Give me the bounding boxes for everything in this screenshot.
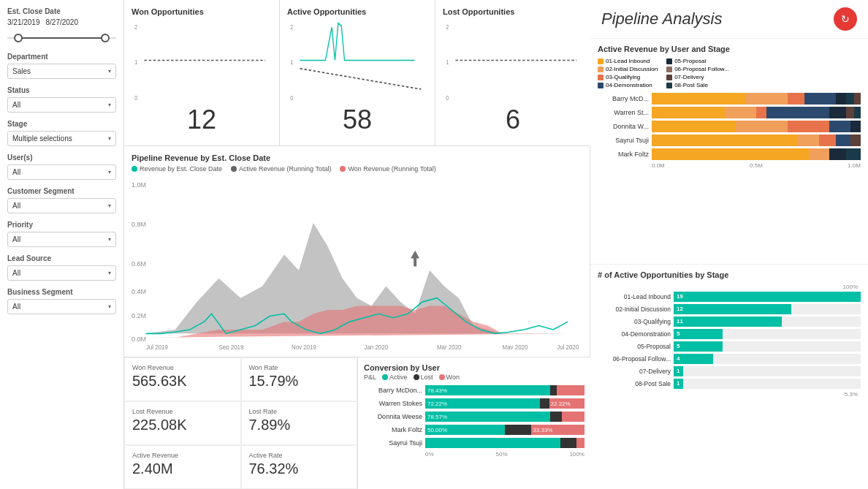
svg-text:0.6M: 0.6M [132, 260, 146, 268]
priority-filter: Priority All ▾ [7, 221, 116, 247]
stage-bar-value: 1 [677, 380, 679, 387]
stage-dropdown[interactable]: Multiple selections ▾ [7, 131, 116, 146]
bar-seg-3 [788, 93, 804, 105]
department-dropdown[interactable]: Sales ▾ [7, 64, 116, 79]
stage-bar-row: 08-Post Sale1 [598, 379, 861, 389]
conv-won-donnita [562, 412, 585, 422]
stage-bar-value: 5 [677, 343, 679, 349]
bar-seg-2 [746, 93, 788, 105]
bar-seg-4 [846, 148, 861, 160]
bar-seg-4 [829, 121, 850, 132]
date-range-slider[interactable] [7, 31, 116, 45]
pipeline-chart-title: Pipeline Revenue by Est. Close Date [132, 153, 582, 162]
stage-legend-item-2: 02-Initial Discussion [598, 66, 658, 72]
stage-legend-item-7: 07-Delivery [666, 74, 729, 80]
lead-source-label: Lead Source [7, 254, 116, 262]
stage-bar-value: 4 [677, 355, 679, 362]
conv-row-mark: Mark Foltz 50.00% 33.33% [364, 425, 585, 435]
slider-fill [18, 37, 105, 39]
stage-bar-container: 1 [674, 379, 861, 389]
stage-bar-container: 5 [674, 341, 861, 352]
bar-seg-7 [854, 93, 861, 105]
conv-name-sayrui: Sayrui Tsuji [364, 439, 422, 447]
stage-bar-row: 06-Proposal Follow...4 [598, 354, 861, 364]
conv-row-barry: Barry McDon... 78.43% [364, 385, 585, 395]
svg-text:1.0M: 1.0M [132, 181, 146, 189]
conv-won-sayrui [576, 438, 585, 448]
active-opps-by-stage-title: # of Active Opportunities by Stage [598, 270, 861, 279]
active-rev-bar-mark [652, 148, 861, 160]
stage-bar-container: 4 [674, 354, 861, 364]
stage-bar: 4 [674, 354, 713, 364]
customer-label: Customer Segment [7, 187, 116, 195]
conv-name-donnita: Donnita Weese [364, 413, 422, 420]
business-segment-dropdown[interactable]: All ▾ [7, 299, 116, 314]
svg-text:Jan 2020: Jan 2020 [364, 344, 388, 349]
chevron-down-icon: ▾ [108, 270, 111, 276]
stage-filter: Stage Multiple selections ▾ [7, 120, 116, 146]
stage-bar-row: 01-Lead Inbound19 [598, 292, 861, 302]
users-dropdown[interactable]: All ▾ [7, 164, 116, 180]
stage-bar-label: 03-Qualifying [598, 318, 671, 325]
department-label: Department [7, 53, 116, 61]
conv-lost-sayrui [560, 438, 576, 448]
legend-item-revenue: Revenue by Est. Close Date [132, 165, 222, 173]
bar-seg-4 [804, 93, 836, 105]
pct-header: 100% [598, 284, 861, 290]
active-rev-row-warren: Warren St... [598, 107, 861, 118]
svg-text:0: 0 [134, 94, 137, 102]
conv-legend-won: Won [439, 374, 460, 381]
conversion-legend: P&L Active Lost Won [364, 374, 585, 381]
stage-bar-value: 5 [677, 330, 679, 337]
priority-dropdown[interactable]: All ▾ [7, 232, 116, 247]
customer-dropdown[interactable]: All ▾ [7, 198, 116, 213]
legend-dot-active [231, 166, 237, 172]
chevron-down-icon: ▾ [108, 303, 111, 310]
conv-won-barry [557, 385, 585, 395]
stage-bar-value: 12 [677, 306, 683, 312]
conv-active-warren: 72.22% [425, 398, 540, 409]
right-panel: Pipeline Analysis ↻ Active Revenue by Us… [590, 0, 868, 489]
active-opps-title: Active Opportunities [287, 7, 427, 16]
stage-bar-value: 11 [677, 318, 683, 325]
slider-thumb-right[interactable] [101, 34, 110, 42]
conversion-section: Conversion by User P&L Active Lost Won [358, 357, 590, 489]
active-rev-bar-sayrui [652, 134, 861, 146]
lost-opps-number: 6 [443, 102, 583, 138]
slider-thumb-left[interactable] [14, 34, 23, 42]
bottom-row: Won Revenue 565.63K Won Rate 15.79% Lost… [124, 357, 590, 489]
won-opportunities-card: Won Opportunities 2 1 0 Jul 2019 Oct 201… [124, 0, 280, 145]
active-revenue-chart-section: Active Revenue by User and Stage 01-Lead… [590, 39, 868, 265]
svg-text:1: 1 [446, 58, 449, 66]
stage-bar: 5 [674, 341, 723, 352]
bar-seg-1 [652, 93, 746, 105]
conv-legend-pl: P&L [364, 374, 376, 381]
bar-seg-2 [798, 134, 819, 146]
lead-source-dropdown[interactable]: All ▾ [7, 265, 116, 281]
stage-legend-item-1: 01-Lead Inbound [598, 58, 658, 64]
bar-seg-5 [850, 134, 861, 146]
refresh-icon[interactable]: ↻ [834, 7, 857, 31]
active-revenue-label: Active Revenue [132, 452, 233, 459]
stage-bar-label: 01-Lead Inbound [598, 293, 671, 300]
stage-legend-item-3: 03-Qualifying [598, 74, 658, 80]
active-opps-number: 58 [287, 102, 427, 138]
svg-text:0: 0 [290, 94, 293, 102]
stage-bar: 1 [674, 379, 683, 389]
pipeline-chart-svg-container: 1.0M 0.8M 0.6M 0.4M 0.2M 0.0M [132, 175, 582, 349]
won-opps-number: 12 [132, 102, 272, 138]
status-dropdown[interactable]: All ▾ [7, 97, 116, 113]
conversion-x-axis: 0% 50% 100% [364, 451, 585, 458]
svg-text:0.0M: 0.0M [132, 336, 146, 343]
legend-item-active: Active Revenue (Running Total) [231, 165, 331, 173]
stage-bar: 1 [674, 366, 683, 376]
stage-bar-row: 04-Demonstration5 [598, 329, 861, 339]
active-rev-row-barry: Barry McD... [598, 93, 861, 105]
bar-seg-3 [819, 134, 836, 146]
bar-seg-5 [829, 107, 846, 118]
conv-active-barry: 78.43% [425, 385, 550, 395]
svg-text:2: 2 [134, 23, 137, 31]
stage-bar-row: 02-Initial Discussion12 [598, 304, 861, 314]
conv-bar-mark: 50.00% 33.33% [425, 425, 585, 435]
lost-opps-title: Lost Opportunities [443, 7, 583, 16]
